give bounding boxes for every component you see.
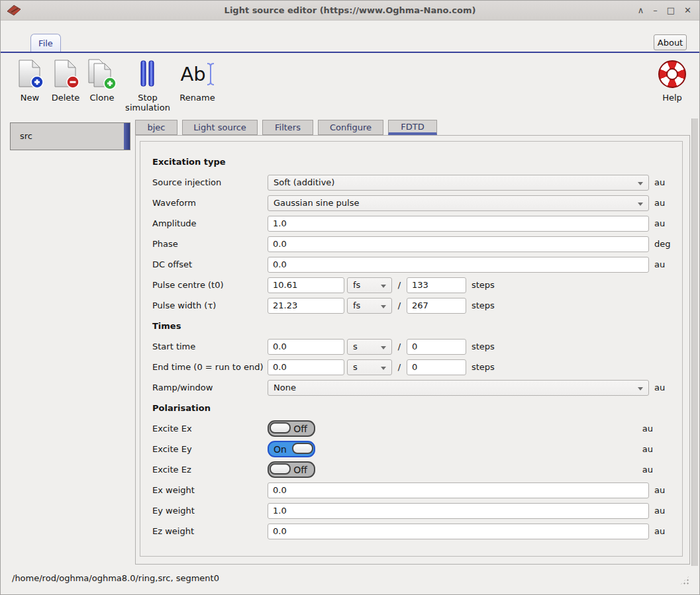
dropdown-select[interactable]: Gaussian sine pulse [268, 195, 649, 211]
unit-select[interactable]: s [347, 339, 392, 355]
lifebuoy-icon [655, 58, 689, 91]
field-label: Source injection [152, 177, 268, 187]
clone-button[interactable]: Clone [85, 58, 119, 103]
unit-label: au [654, 526, 665, 536]
text-input[interactable] [268, 524, 649, 539]
text-input[interactable] [268, 503, 649, 519]
toolbar-label: Stop simulation [121, 93, 174, 113]
steps-input[interactable] [407, 359, 466, 375]
form-section-heading: Polarisation [152, 398, 682, 418]
rename-button[interactable]: Ab Rename [177, 58, 218, 103]
pause-icon [121, 58, 174, 91]
value-input[interactable] [268, 277, 344, 293]
rename-text-cursor-icon: Ab [177, 58, 218, 91]
field-label: End time (0 = run to end) [152, 362, 268, 372]
form-row: Source injection Soft (additive) au [152, 172, 682, 193]
text-input[interactable] [268, 216, 649, 232]
section-heading-label: Polarisation [152, 403, 211, 413]
toggle-state-label: Off [293, 465, 307, 475]
vertical-scrollbar[interactable] [691, 118, 698, 566]
tab-fdtd[interactable]: FDTD [388, 120, 437, 135]
new-button[interactable]: New [14, 58, 46, 103]
toolbar-label: Delete [50, 93, 81, 103]
toggle-switch[interactable]: On [268, 441, 315, 457]
unit-select[interactable]: fs [347, 298, 392, 314]
toggle-knob [292, 443, 313, 454]
steps-label: steps [472, 362, 495, 372]
unit-label: au [654, 218, 665, 228]
toggle-switch[interactable]: Off [268, 461, 315, 478]
unit-label: au [654, 485, 665, 495]
tabbar: bjec Light source Filters Configure FDTD [135, 120, 690, 135]
form-rows: Excitation type Source injection Soft (a… [152, 152, 682, 541]
field-label: Ez weight [152, 526, 268, 536]
minimize-window-button[interactable]: – [653, 5, 658, 16]
field-label: Amplitude [152, 218, 268, 228]
text-input[interactable] [268, 482, 649, 498]
titlebar: Light source editor (https://www.Oghma-N… [1, 1, 699, 21]
form-row: Amplitude au [152, 213, 682, 234]
clone-document-icon [85, 58, 119, 91]
menu-tab-file[interactable]: File [30, 34, 61, 52]
value-input[interactable] [268, 359, 344, 375]
unit-select-value: s [353, 362, 358, 372]
form-row: End time (0 = run to end) s / steps [152, 357, 682, 377]
steps-input[interactable] [407, 277, 466, 293]
new-document-icon [14, 58, 46, 91]
close-window-button[interactable]: ✕ [684, 5, 691, 16]
steps-label: steps [472, 280, 495, 290]
maximize-window-button[interactable]: □ [667, 5, 675, 16]
form-row: Start time s / steps [152, 336, 682, 357]
toggle-switch[interactable]: Off [268, 420, 315, 437]
slash-separator: / [392, 342, 407, 351]
unit-label: au [654, 259, 665, 269]
tab-filters[interactable]: Filters [262, 120, 313, 135]
field-label: Pulse width (τ) [152, 300, 268, 310]
steps-input[interactable] [407, 339, 466, 355]
unit-select[interactable]: s [347, 359, 392, 375]
form-row: Waveform Gaussian sine pulse au [152, 193, 682, 213]
help-button[interactable]: Help [655, 58, 689, 103]
menu-accent-line [1, 52, 699, 53]
value-input[interactable] [268, 298, 344, 314]
toggle-state-label: Off [293, 424, 307, 434]
field-label: Ex weight [152, 485, 268, 495]
stop-simulation-button[interactable]: Stop simulation [121, 58, 174, 113]
form-row: Pulse centre (t0) fs / steps [152, 275, 682, 295]
form-row: Ez weight au [152, 521, 682, 541]
tab-light-source[interactable]: Light source [182, 120, 258, 135]
steps-input[interactable] [407, 298, 466, 314]
field-label: Waveform [152, 198, 268, 208]
delete-button[interactable]: Delete [50, 58, 81, 103]
toggle-knob [270, 422, 291, 434]
window-controls: ∧ – □ ✕ [638, 5, 691, 16]
unit-select[interactable]: fs [347, 277, 392, 293]
sidebar-item-src[interactable]: src [10, 122, 130, 150]
selection-strip [124, 123, 130, 150]
toggle-state-label: On [274, 444, 287, 455]
field-label: Ramp/window [152, 383, 268, 392]
tab-configure[interactable]: Configure [318, 120, 383, 135]
form-row: DC offset au [152, 254, 682, 275]
steps-label: steps [472, 342, 495, 351]
value-input[interactable] [268, 339, 344, 355]
field-label: DC offset [152, 259, 268, 269]
section-heading-label: Excitation type [152, 157, 226, 167]
field-label: Excite Ey [152, 444, 268, 454]
dropdown-select[interactable]: None [268, 380, 649, 396]
unit-select-value: fs [353, 280, 360, 290]
shade-window-button[interactable]: ∧ [638, 5, 644, 16]
tab-object-clipped[interactable]: bjec [135, 120, 177, 135]
form-section-heading: Times [152, 316, 682, 336]
form-row: Excite Ey On au [152, 439, 682, 459]
dropdown-select[interactable]: Soft (additive) [268, 175, 649, 191]
statusbar: /home/rod/oghma/oghma8.0/ring,src, segme… [1, 569, 699, 588]
field-label: Start time [152, 342, 268, 351]
fdtd-form-panel: Excitation type Source injection Soft (a… [140, 141, 683, 557]
text-input[interactable] [268, 257, 649, 273]
text-input[interactable] [268, 236, 649, 252]
about-button[interactable]: About [654, 34, 687, 50]
form-section-heading: Excitation type [152, 152, 682, 172]
field-label: Ey weight [152, 506, 268, 516]
toolbar-label: Help [655, 93, 689, 103]
